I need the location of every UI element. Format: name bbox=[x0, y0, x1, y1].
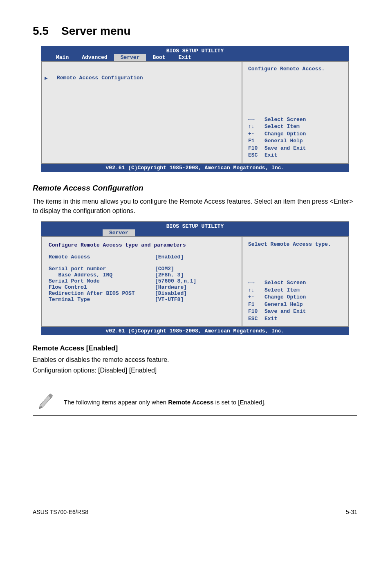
section-heading: 5.5 Server menu bbox=[33, 25, 357, 38]
bios-copyright: v02.61 (C)Copyright 1985-2008, American … bbox=[41, 327, 349, 335]
key-desc: Select Screen bbox=[264, 279, 306, 287]
key-desc: General Help bbox=[264, 301, 303, 308]
key-desc: Exit bbox=[264, 315, 277, 323]
footer-product: ASUS TS700-E6/RS8 bbox=[33, 509, 88, 515]
bios-copyright: v02.61 (C)Copyright 1985-2008, American … bbox=[41, 164, 349, 172]
bios-title: BIOS SETUP UTILITY bbox=[41, 223, 349, 229]
note-text: The following items appear only when Rem… bbox=[64, 399, 266, 406]
key-desc: Save and Exit bbox=[264, 145, 306, 152]
key-label: ←→ bbox=[248, 279, 264, 287]
footer-page-number: 5-31 bbox=[346, 509, 357, 515]
bios-title: BIOS SETUP UTILITY bbox=[41, 48, 349, 54]
config-value[interactable]: [VT-UTF8] bbox=[155, 296, 184, 303]
key-label: ESC bbox=[248, 152, 264, 159]
key-label: F1 bbox=[248, 137, 264, 145]
page-footer: ASUS TS700-E6/RS8 5-31 bbox=[33, 506, 357, 515]
config-value[interactable]: [Hardware] bbox=[155, 284, 187, 290]
config-value[interactable]: [Disabled] bbox=[155, 290, 187, 296]
key-label: ↑↓ bbox=[248, 123, 264, 130]
note-pre: The following items appear only when bbox=[64, 399, 168, 406]
config-label[interactable]: Redirection After BIOS POST bbox=[49, 290, 155, 296]
key-legend: ←→Select Screen ↑↓Select Item +-Change O… bbox=[248, 116, 342, 159]
option-desc-line1: Enables or disables the remote access fe… bbox=[33, 355, 357, 364]
bios-main-panel: ▶ Remote Access Configuration bbox=[41, 61, 242, 164]
bios-help-panel: Select Remote Access type. ←→Select Scre… bbox=[242, 236, 349, 327]
note-post: is set to [Enabled]. bbox=[213, 399, 266, 406]
key-label: +- bbox=[248, 130, 264, 138]
option-desc-line2: Configuration options: [Disabled] [Enabl… bbox=[33, 366, 357, 375]
bios-menu-bar: Main Advanced Server Boot Exit bbox=[41, 54, 349, 61]
config-label[interactable]: Serial port number bbox=[49, 266, 155, 272]
bios-screen-remote-access: BIOS SETUP UTILITY Server Configure Remo… bbox=[41, 221, 349, 335]
config-row: Flow Control[Hardware] bbox=[49, 284, 235, 290]
config-row: Remote Access[Enabled] bbox=[49, 254, 235, 260]
bios-tab-server[interactable]: Server bbox=[114, 54, 146, 61]
bios-tab-advanced[interactable]: Advanced bbox=[75, 54, 114, 61]
key-desc: Change Option bbox=[264, 294, 306, 301]
key-desc: Select Item bbox=[264, 123, 300, 130]
bios-tab-exit[interactable]: Exit bbox=[172, 54, 198, 61]
bios-tab-boot[interactable]: Boot bbox=[146, 54, 172, 61]
config-row: Redirection After BIOS POST[Disabled] bbox=[49, 290, 235, 296]
menu-item-remote-access-config[interactable]: Remote Access Configuration bbox=[49, 75, 143, 81]
bios-tab-main[interactable]: Main bbox=[49, 54, 75, 61]
config-label[interactable]: Serial Port Mode bbox=[49, 278, 155, 284]
key-label: F10 bbox=[248, 308, 264, 315]
config-value[interactable]: [57600 8,n,1] bbox=[155, 278, 196, 284]
config-value[interactable]: [Enabled] bbox=[155, 254, 184, 260]
key-desc: Exit bbox=[264, 152, 277, 159]
key-desc: Select Item bbox=[264, 287, 300, 294]
bios-header: BIOS SETUP UTILITY Server bbox=[41, 222, 349, 236]
config-label[interactable]: Flow Control bbox=[49, 284, 155, 290]
key-label: ESC bbox=[248, 315, 264, 323]
help-text: Select Remote Access type. bbox=[248, 241, 342, 247]
bios-help-panel: Configure Remote Access. ←→Select Screen… bbox=[242, 61, 349, 164]
panel-heading: Configure Remote Access type and paramet… bbox=[49, 242, 235, 248]
bios-screen-server-menu: BIOS SETUP UTILITY Main Advanced Server … bbox=[41, 46, 349, 172]
bios-tab-server[interactable]: Server bbox=[103, 229, 135, 236]
config-label[interactable]: Remote Access bbox=[49, 254, 155, 260]
config-label[interactable]: Terminal Type bbox=[49, 296, 155, 303]
key-label: ↑↓ bbox=[248, 287, 264, 294]
key-desc: Select Screen bbox=[264, 116, 306, 123]
config-row: Base Address, IRQ[2F8h, 3] bbox=[49, 272, 235, 278]
subsection-heading: Remote Access Configuration bbox=[33, 184, 357, 193]
key-desc: Save and Exit bbox=[264, 308, 306, 315]
key-label: F1 bbox=[248, 301, 264, 308]
help-text: Configure Remote Access. bbox=[248, 66, 342, 72]
key-desc: Change Option bbox=[264, 130, 306, 138]
subsection-description: The items in this menu allows you to con… bbox=[33, 197, 357, 215]
config-row: Serial port number[COM2] bbox=[49, 266, 235, 272]
config-value: [2F8h, 3] bbox=[155, 272, 184, 278]
note-callout: The following items appear only when Rem… bbox=[33, 389, 357, 416]
bios-header: BIOS SETUP UTILITY Main Advanced Server … bbox=[41, 46, 349, 61]
note-bold: Remote Access bbox=[168, 399, 213, 406]
submenu-arrow-icon: ▶ bbox=[45, 75, 48, 81]
config-row: Serial Port Mode[57600 8,n,1] bbox=[49, 278, 235, 284]
key-label: ←→ bbox=[248, 116, 264, 123]
key-legend: ←→Select Screen ↑↓Select Item +-Change O… bbox=[248, 279, 342, 322]
key-label: +- bbox=[248, 294, 264, 301]
section-number: 5.5 bbox=[33, 25, 49, 37]
key-desc: General Help bbox=[264, 137, 303, 145]
bios-main-panel: Configure Remote Access type and paramet… bbox=[41, 236, 242, 327]
config-value[interactable]: [COM2] bbox=[155, 266, 174, 272]
key-label: F10 bbox=[248, 145, 264, 152]
option-heading: Remote Access [Enabled] bbox=[33, 344, 357, 352]
config-label: Base Address, IRQ bbox=[49, 272, 155, 278]
config-row: Terminal Type[VT-UTF8] bbox=[49, 296, 235, 303]
section-title-text: Server menu bbox=[61, 25, 131, 37]
pencil-note-icon bbox=[33, 393, 64, 412]
bios-menu-bar: Server bbox=[41, 229, 349, 236]
